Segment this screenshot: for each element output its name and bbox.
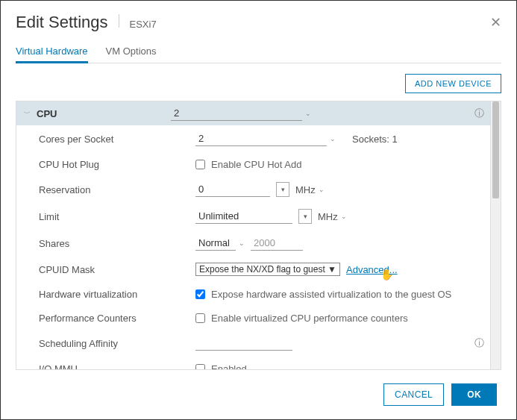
row-io-mmu: I/O MMU Enabled xyxy=(16,357,490,369)
cpu-hot-add-text: Enable CPU Hot Add xyxy=(211,159,301,170)
info-icon[interactable]: ⓘ xyxy=(474,107,484,120)
hardware-virtualization-label: Hardware virtualization xyxy=(39,289,195,300)
cpu-section-header[interactable]: ﹀ CPU ⌄ ⓘ xyxy=(16,101,490,125)
scheduling-affinity-label: Scheduling Affinity xyxy=(39,338,195,349)
chevron-down-icon: ⌄ xyxy=(305,110,311,117)
limit-input[interactable] xyxy=(195,209,292,224)
chevron-down-icon: ⌄ xyxy=(341,213,347,220)
cpuid-mask-label: CPUID Mask xyxy=(39,264,195,275)
scrollbar[interactable] xyxy=(490,101,501,369)
performance-counters-text: Enable virtualized CPU performance count… xyxy=(211,313,408,324)
row-performance-counters: Performance Counters Enable virtualized … xyxy=(16,306,490,330)
dialog-footer: CANCEL OK xyxy=(16,370,501,419)
shares-value-input[interactable] xyxy=(251,236,303,251)
performance-counters-checkbox[interactable] xyxy=(195,313,205,323)
add-new-device-button[interactable]: ADD NEW DEVICE xyxy=(405,74,501,93)
tab-vm-options[interactable]: VM Options xyxy=(106,41,157,63)
hardware-virtualization-checkbox[interactable] xyxy=(195,289,205,299)
row-shares: Shares ⌄ xyxy=(16,230,490,257)
io-mmu-label: I/O MMU xyxy=(39,363,195,370)
limit-label: Limit xyxy=(39,211,195,222)
row-scheduling-affinity: Scheduling Affinity ⓘ xyxy=(16,330,490,357)
row-cpuid-mask: CPUID Mask Expose the NX/XD flag to gues… xyxy=(16,257,490,282)
limit-dropdown-button[interactable]: ▾ xyxy=(298,209,312,224)
dialog-title: Edit Settings xyxy=(16,13,108,32)
cpu-count-value[interactable] xyxy=(171,106,302,121)
sockets-count-label: Sockets: 1 xyxy=(352,134,398,145)
row-limit: Limit ▾ MHz ⌄ xyxy=(16,203,490,230)
io-mmu-checkbox[interactable] xyxy=(195,364,205,370)
cursor-icon: ✋ xyxy=(380,269,393,280)
chevron-down-icon: ⌄ xyxy=(239,239,245,247)
ok-button[interactable]: OK xyxy=(451,383,497,406)
chevron-down-icon: ﹀ xyxy=(24,109,31,119)
info-icon[interactable]: ⓘ xyxy=(474,336,484,350)
row-cpu-hot-plug: CPU Hot Plug Enable CPU Hot Add xyxy=(16,152,490,176)
io-mmu-text: Enabled xyxy=(211,363,247,370)
shares-label: Shares xyxy=(39,238,195,249)
reservation-unit-select[interactable]: MHz ⌄ xyxy=(295,184,325,195)
reservation-label: Reservation xyxy=(39,184,195,195)
reservation-dropdown-button[interactable]: ▾ xyxy=(276,182,289,197)
tab-bar: Virtual Hardware VM Options xyxy=(16,41,501,63)
scheduling-affinity-input[interactable] xyxy=(195,336,292,351)
cpuid-mask-select[interactable]: Expose the NX/XD flag to guest ▼ xyxy=(195,263,340,276)
shares-mode-select[interactable]: ⌄ xyxy=(195,236,245,251)
row-hardware-virtualization: Hardware virtualization Expose hardware … xyxy=(16,282,490,306)
limit-unit-select[interactable]: MHz ⌄ xyxy=(318,211,347,222)
row-reservation: Reservation ▾ MHz ⌄ xyxy=(16,176,490,203)
reservation-input[interactable] xyxy=(195,182,270,197)
dialog-header: Edit Settings ESXi7 ✕ xyxy=(16,13,501,32)
cpu-hot-add-checkbox[interactable] xyxy=(195,160,205,169)
chevron-down-icon: ⌄ xyxy=(319,186,325,193)
chevron-down-icon: ⌄ xyxy=(330,135,336,142)
cancel-button[interactable]: CANCEL xyxy=(383,383,444,406)
cpu-hot-plug-label: CPU Hot Plug xyxy=(39,159,195,170)
settings-panel: ﹀ CPU ⌄ ⓘ Cores per Socket ⌄ S xyxy=(16,101,501,370)
vm-name: ESXi7 xyxy=(130,19,157,30)
hardware-virtualization-text: Expose hardware assisted virtualization … xyxy=(211,289,451,300)
close-icon[interactable]: ✕ xyxy=(490,14,501,31)
tab-virtual-hardware[interactable]: Virtual Hardware xyxy=(16,41,88,63)
cores-per-socket-label: Cores per Socket xyxy=(39,134,195,145)
cpu-section-title: CPU xyxy=(37,108,171,119)
header-divider xyxy=(119,14,119,28)
performance-counters-label: Performance Counters xyxy=(39,313,195,324)
cpu-count-select[interactable]: ⌄ xyxy=(171,106,311,121)
scroll-thumb[interactable] xyxy=(492,101,499,198)
row-cores-per-socket: Cores per Socket ⌄ Sockets: 1 xyxy=(16,125,490,152)
cores-per-socket-select[interactable]: ⌄ xyxy=(195,131,336,146)
